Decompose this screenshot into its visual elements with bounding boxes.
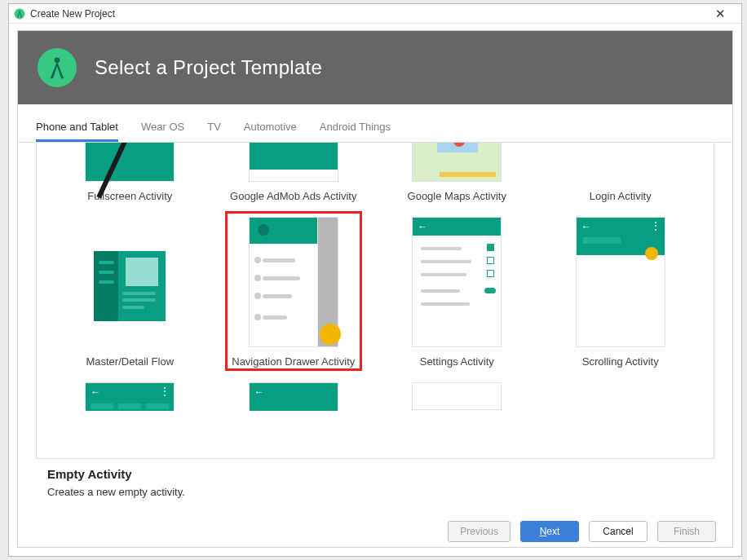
cancel-button[interactable]: Cancel (589, 521, 648, 542)
template-row-cut[interactable] (375, 382, 539, 410)
window-title: Create New Project (30, 8, 704, 20)
star-icon (645, 247, 658, 260)
template-label: Scrolling Activity (582, 355, 659, 368)
template-label: Navigation Drawer Activity (232, 355, 355, 368)
template-label: Login Activity (590, 190, 652, 202)
back-arrow-icon: ← (581, 221, 591, 232)
template-thumb (85, 217, 175, 347)
template-thumb (412, 382, 502, 410)
template-admob-activity[interactable]: Google AdMob Ads Activity (212, 143, 376, 202)
overflow-menu-icon: ⋮ (651, 220, 660, 231)
back-arrow-icon: ← (418, 221, 427, 232)
tab-wear-os[interactable]: Wear OS (141, 121, 184, 142)
finish-button[interactable]: Finish (657, 521, 716, 542)
template-row-cut[interactable]: ←⋮ (48, 382, 212, 410)
template-thumb (249, 143, 338, 182)
svg-point-0 (15, 8, 25, 19)
template-thumb: ← (249, 382, 338, 410)
template-label: Settings Activity (420, 355, 494, 368)
template-thumb (85, 143, 175, 182)
template-thumb (412, 143, 502, 182)
close-button[interactable]: ✕ (704, 7, 736, 21)
back-arrow-icon: ← (254, 386, 264, 398)
template-fullscreen-activity[interactable]: Fullscreen Activity (48, 143, 212, 202)
template-grid[interactable]: Fullscreen Activity Google AdMob Ads Act… (36, 143, 714, 458)
template-label: Google Maps Activity (408, 190, 506, 202)
svg-rect-2 (56, 58, 59, 64)
tab-tv[interactable]: TV (207, 121, 221, 142)
template-description: Empty Activity Creates a new empty activ… (36, 458, 714, 509)
template-label: Master/Detail Flow (86, 355, 174, 368)
template-row-cut[interactable] (539, 382, 703, 410)
description-title: Empty Activity (47, 467, 698, 481)
template-row-cut[interactable]: ← (212, 382, 376, 410)
android-studio-icon (14, 8, 25, 20)
template-login-activity[interactable]: Login Activity (539, 143, 703, 202)
template-thumb (576, 382, 665, 410)
tab-android-things[interactable]: Android Things (320, 121, 391, 142)
description-body: Creates a new empty activity. (47, 486, 698, 498)
template-master-detail-flow[interactable]: Master/Detail Flow (48, 217, 212, 368)
template-settings-activity[interactable]: ← Settings Activity (375, 217, 539, 368)
next-button[interactable]: Next (520, 521, 579, 542)
overflow-menu-icon: ⋮ (160, 386, 169, 397)
template-thumb: ← (412, 217, 502, 347)
previous-button[interactable]: Previous (448, 521, 511, 542)
template-thumb: ←⋮ (85, 382, 175, 410)
banner: Select a Project Template (18, 31, 732, 104)
back-arrow-icon: ← (91, 386, 100, 398)
template-thumb (249, 217, 338, 347)
template-thumb: ← ⋮ (576, 217, 665, 347)
template-label: Google AdMob Ads Activity (230, 190, 356, 202)
button-bar: Previous Next Cancel Finish (18, 509, 732, 547)
dialog-window: Create New Project ✕ Select a Project Te… (8, 3, 742, 557)
tab-automotive[interactable]: Automotive (244, 121, 297, 142)
tab-bar: Phone and Tablet Wear OS TV Automotive A… (18, 104, 732, 143)
template-scrolling-activity[interactable]: ← ⋮ Scrolling Activity (539, 217, 703, 368)
template-thumb (576, 143, 665, 182)
template-google-maps-activity[interactable]: Google Maps Activity (375, 143, 539, 202)
dialog-body: Select a Project Template Phone and Tabl… (17, 30, 733, 548)
tab-phone-tablet[interactable]: Phone and Tablet (36, 121, 118, 142)
titlebar: Create New Project ✕ (9, 4, 741, 24)
android-studio-logo-icon (38, 48, 77, 87)
banner-heading: Select a Project Template (95, 56, 322, 79)
template-navigation-drawer-activity[interactable]: Navigation Drawer Activity (212, 217, 376, 368)
